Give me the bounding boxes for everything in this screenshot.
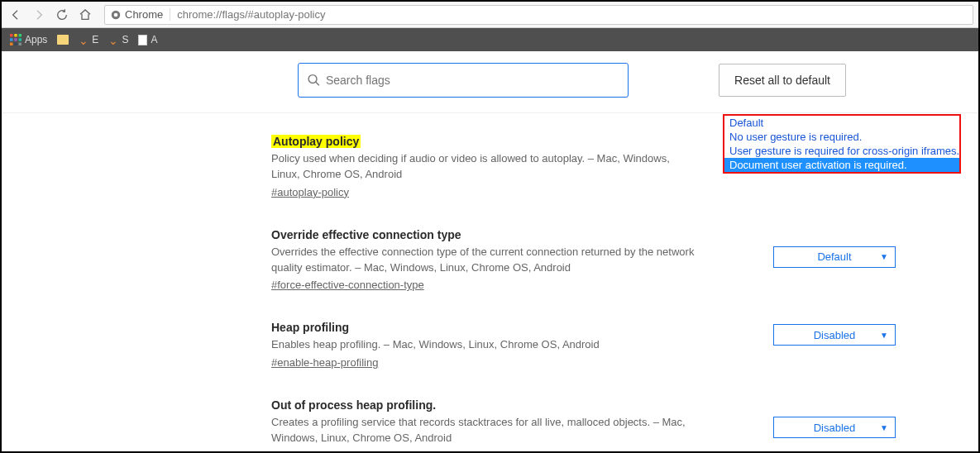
bookmark-e[interactable]: ⌄E [79,33,98,46]
flag-heap-profiling: Heap profiling Enables heap profiling. –… [271,321,846,369]
flag-title: Autoplay policy [271,135,361,148]
svg-rect-7 [19,38,22,41]
bookmark-label: S [122,34,128,45]
autoplay-dropdown[interactable]: DefaultNo user gesture is required.User … [723,114,961,174]
search-box[interactable] [298,63,629,98]
url-text: chrome://flags/#autoplay-policy [177,8,325,21]
flag-anchor-link[interactable]: #enable-heap-profiling [271,356,378,369]
bookmark-label: E [92,34,98,45]
svg-rect-6 [14,38,17,41]
svg-rect-8 [10,43,13,46]
flag-anchor-link[interactable]: #autoplay-policy [271,186,349,198]
select-value: Disabled [814,329,856,341]
bookmark-label: A [151,34,157,45]
browser-toolbar: Chrome chrome://flags/#autoplay-policy [2,2,978,28]
chevron-down-icon: ▼ [880,331,888,340]
bookmark-label: Apps [25,34,47,45]
flag-description: Overrides the effective connection type … [271,245,701,276]
flag-title: Override effective connection type [271,228,461,241]
flag-description: Creates a profiling service that records… [271,415,701,446]
bookmarks-bar: Apps ⌄E ⌄S A [2,28,978,51]
flag-description: Enables heap profiling. – Mac, Windows, … [271,337,701,353]
bookmark-folder[interactable] [57,35,69,45]
svg-point-1 [114,12,118,17]
svg-point-11 [308,75,317,83]
svg-rect-2 [10,34,13,37]
flag-title: Heap profiling [271,321,349,334]
svg-rect-5 [10,38,13,41]
origin-label: Chrome [125,8,163,21]
svg-rect-9 [14,43,17,46]
chevron-icon: ⌄ [108,34,118,47]
flag-anchor-link[interactable]: #memlog [271,450,315,453]
flag-anchor-link[interactable]: #force-effective-connection-type [271,279,424,291]
bookmark-apps[interactable]: Apps [10,34,47,45]
chevron-icon: ⌄ [79,34,88,47]
svg-rect-4 [19,34,22,37]
flag-override-connection-type: Override effective connection type Overr… [271,228,846,292]
search-icon [307,73,321,88]
apps-icon [10,34,22,45]
flag-select[interactable]: Disabled ▼ [773,324,896,346]
flag-description: Policy used when deciding if audio or vi… [271,151,701,183]
dropdown-option[interactable]: Document user activation is required. [724,158,959,172]
dropdown-option[interactable]: Default [724,116,959,130]
chevron-down-icon: ▼ [880,252,888,261]
file-icon [138,35,147,45]
svg-rect-10 [19,43,22,46]
search-input[interactable] [326,74,619,87]
folder-icon [57,35,69,45]
select-value: Disabled [814,422,856,434]
home-button[interactable] [76,6,94,24]
dropdown-option[interactable]: No user gesture is required. [724,130,959,144]
chrome-icon [110,9,122,21]
bookmark-s[interactable]: ⌄S [108,33,128,46]
origin-chip: Chrome [110,8,170,21]
bookmark-a[interactable]: A [138,34,157,45]
select-value: Default [817,250,851,263]
reset-all-button[interactable]: Reset all to default [719,64,846,97]
address-bar[interactable]: Chrome chrome://flags/#autoplay-policy [104,5,973,25]
flags-topbar: Reset all to default [2,63,978,113]
flag-title: Out of process heap profiling. [271,398,436,412]
chevron-down-icon: ▼ [880,423,888,432]
svg-line-12 [316,82,319,85]
flag-oop-heap-profiling: Out of process heap profiling. Creates a… [271,398,846,453]
flag-select[interactable]: Disabled ▼ [773,417,896,438]
forward-button[interactable] [30,6,48,24]
flag-select[interactable]: Default ▼ [773,246,896,268]
dropdown-option[interactable]: User gesture is required for cross-origi… [724,144,959,158]
page-content: Reset all to default Autoplay policy Pol… [2,51,978,453]
svg-rect-3 [14,34,17,37]
reload-button[interactable] [53,6,71,24]
back-button[interactable] [7,6,25,24]
